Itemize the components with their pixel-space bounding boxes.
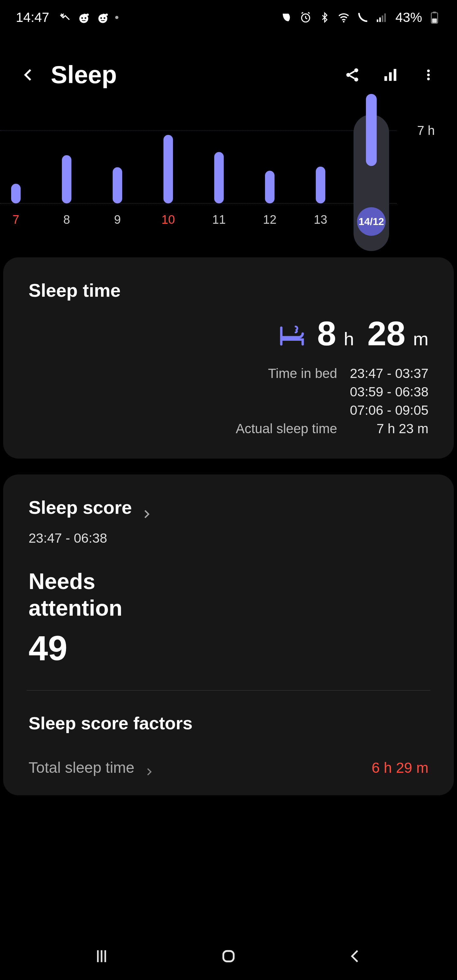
time-in-bed-value-2: 03:59 - 06:38 [350,384,428,399]
status-left: 14:47 [16,10,118,25]
time-in-bed-value-1: 23:47 - 03:37 [350,366,428,381]
stats-icon[interactable] [381,65,400,84]
factor-value: 6 h 29 m [372,759,428,776]
svg-point-25 [427,78,430,80]
factor-total-sleep-time[interactable]: Total sleep time 6 h 29 m [29,759,428,776]
chart-date[interactable]: 12 [244,213,295,242]
battery-percent: 43% [395,10,422,25]
svg-rect-16 [432,18,437,22]
chart-bar[interactable] [41,155,92,204]
chart-bar[interactable] [92,167,143,204]
sleep-score-card: Sleep score 23:47 - 06:38 Needs attentio… [3,474,454,795]
bed-icon [278,321,306,349]
status-clock: 14:47 [16,10,49,25]
svg-point-6 [104,17,105,19]
sleep-time-value: 8 h 28 m [29,313,428,353]
svg-rect-15 [433,12,436,13]
svg-rect-12 [382,16,384,22]
back-button[interactable] [19,65,38,84]
svg-point-5 [100,17,102,19]
chart-date[interactable]: 11 [194,213,244,242]
svg-rect-26 [223,951,234,962]
svg-rect-13 [384,13,386,22]
battery-icon [428,11,441,24]
sleep-bar-chart[interactable]: 7 h 7891011121314/12 [0,108,457,248]
system-navbar [0,932,457,980]
signal-icon [375,11,389,24]
sleep-score-status: Needs attention [29,568,194,621]
svg-point-9 [343,21,344,22]
home-button[interactable] [216,947,241,966]
chart-bar-inner [316,167,325,204]
svg-point-17 [354,68,358,72]
sleep-score-title: Sleep score [29,497,132,518]
app-header: Sleep [0,35,457,108]
time-in-bed-label: Time in bed [236,366,338,381]
recents-button[interactable] [89,947,114,966]
reddit-icon [77,11,91,24]
chart-bar-inner [214,152,224,204]
svg-rect-20 [384,76,387,81]
page-title: Sleep [51,60,330,89]
chart-date-selected[interactable]: 14/12 [357,207,385,236]
leaf-icon [280,11,293,24]
status-right: 43% [280,10,441,25]
factor-label: Total sleep time [29,759,135,776]
chart-bar-selected [366,94,377,166]
sleep-minutes-unit: m [413,328,428,349]
chart-date[interactable]: 7 [0,213,41,242]
chart-bar-inner [11,184,21,204]
svg-point-19 [354,78,358,81]
chart-date[interactable]: 9 [92,213,143,242]
svg-point-24 [427,73,430,76]
svg-point-18 [346,73,350,77]
nav-back-button[interactable] [343,947,368,966]
time-in-bed-value-3: 07:06 - 09:05 [350,403,428,418]
chart-date[interactable]: 13 [295,213,346,242]
svg-rect-11 [379,18,381,22]
actual-sleep-time-value: 7 h 23 m [350,421,428,436]
svg-point-1 [81,17,83,19]
svg-rect-10 [377,19,378,22]
sleep-time-card: Sleep time 8 h 28 m Time in bed 23:47 - … [3,258,454,458]
chart-bar-inner [62,155,72,204]
chart-bar[interactable] [295,167,346,204]
svg-point-2 [85,17,86,19]
sleep-time-title: Sleep time [29,280,428,301]
wifi-icon [337,11,350,24]
actual-sleep-time-label: Actual sleep time [236,421,338,436]
sleep-score-header[interactable]: Sleep score [29,497,428,518]
share-icon[interactable] [343,65,362,84]
chart-bar[interactable] [244,171,295,204]
volte-icon [356,11,369,24]
divider [27,690,430,690]
sleep-time-detail-grid: Time in bed 23:47 - 03:37 03:59 - 06:38 … [29,366,428,436]
sleep-score-range: 23:47 - 06:38 [29,531,428,546]
sleep-minutes: 28 [368,313,406,353]
chevron-right-icon [144,763,154,773]
missed-call-icon [58,11,72,24]
svg-rect-22 [393,69,396,81]
sleep-hours-unit: h [344,328,354,349]
bluetooth-icon [318,11,331,24]
chart-date[interactable]: 10 [143,213,194,242]
more-notifications-dot-icon [115,16,118,19]
chart-bar[interactable] [143,135,194,204]
reddit-alt-icon [96,11,110,24]
svg-point-23 [427,69,430,72]
alarm-icon [299,11,312,24]
chart-bar-inner [164,135,173,204]
time-in-bed-label-blank-1 [236,384,338,399]
chart-date[interactable]: 8 [41,213,92,242]
time-in-bed-label-blank-2 [236,403,338,418]
chart-bar[interactable] [0,184,41,204]
chart-bar-inner [113,167,122,204]
chart-bar[interactable] [194,152,244,204]
sleep-score-factors-title: Sleep score factors [29,713,428,733]
chart-reference-label: 7 h [417,124,435,138]
more-menu-icon[interactable] [419,65,438,84]
sleep-hours: 8 [317,313,336,353]
chart-bar-inner [265,171,274,204]
chevron-right-icon [141,503,151,512]
svg-rect-21 [389,72,392,81]
